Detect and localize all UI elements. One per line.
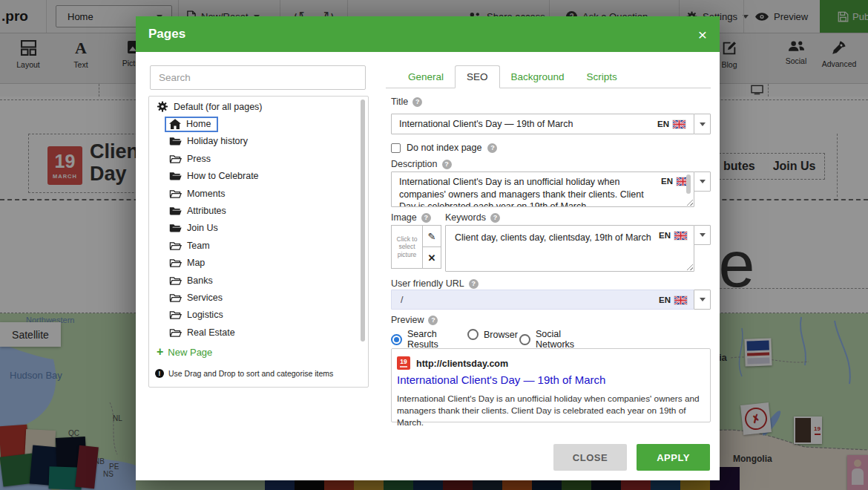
close-icon[interactable]: × [698, 27, 707, 42]
tree-item-how-to-celebrate[interactable]: How to Celebrate [149, 168, 358, 185]
tree-item-map[interactable]: Map [149, 255, 358, 272]
help-icon[interactable]: ? [428, 316, 438, 325]
title-language-dropdown[interactable] [694, 114, 711, 134]
url-label: User friendly URL ? [391, 278, 479, 289]
description-textarea[interactable]: International Client's Day is an unoffic… [391, 172, 694, 207]
new-page-label: New Page [168, 347, 212, 358]
description-language: EN [661, 177, 689, 186]
tree-item-label: Press [187, 154, 211, 164]
tree-item-label: Map [187, 258, 205, 268]
tree-item-label: Banks [187, 275, 213, 286]
tree-item-attributes[interactable]: Attributes [149, 202, 358, 219]
search-result-preview: 19 http://clientsday.com International C… [391, 348, 711, 422]
language-code: EN [659, 231, 671, 240]
title-language: EN [657, 120, 685, 128]
radio-search-results[interactable]: Search Results [391, 329, 438, 350]
settings-tabs: General SEO Background Scripts [386, 65, 711, 88]
preview-snippet: International Client's Day is an unoffic… [397, 393, 703, 428]
tree-item-label: Moments [187, 189, 225, 199]
scrollbar[interactable] [361, 99, 365, 342]
folder-open-icon [169, 258, 182, 268]
url-language-dropdown[interactable] [694, 290, 711, 310]
pencil-icon: ✎ [428, 231, 436, 242]
chevron-down-icon [700, 180, 706, 183]
tree-item-team[interactable]: Team [149, 237, 358, 254]
apply-button[interactable]: APPLY [637, 444, 710, 471]
tree-item-label: Real Estate [187, 327, 235, 338]
description-value: International Client's Day is an unoffic… [392, 172, 694, 207]
image-edit-button[interactable]: ✎ [422, 225, 441, 247]
home-icon [169, 119, 181, 130]
image-picker-placeholder: Click to select picture [392, 235, 422, 259]
folder-open-icon [169, 189, 182, 199]
tree-item-banks[interactable]: Banks [149, 272, 358, 289]
radio-browser[interactable]: Browser [467, 329, 518, 340]
radio-social-networks[interactable]: Social Networks [519, 329, 574, 350]
radio-icon [467, 329, 479, 340]
close-button[interactable]: CLOSE [553, 444, 627, 471]
image-picker[interactable]: Click to select picture [391, 225, 423, 269]
tree-item-real-estate[interactable]: Real Estate [149, 324, 358, 341]
tab-scripts[interactable]: Scripts [576, 66, 628, 88]
keywords-label: Keywords ? [445, 212, 500, 223]
preview-link[interactable]: International Client's Day — 19th of Mar… [397, 373, 605, 386]
search-input[interactable] [150, 65, 366, 90]
tree-item-press[interactable]: Press [149, 150, 358, 167]
language-code: EN [659, 295, 671, 304]
tree-item-label: Home [186, 119, 211, 129]
tree-item-label: Services [187, 293, 223, 303]
folder-open-filled-icon [169, 136, 182, 146]
radio-label: Search Results [407, 329, 438, 350]
help-icon[interactable]: ? [412, 97, 422, 107]
radio-icon [391, 334, 402, 345]
site-favicon: 19 [397, 356, 410, 370]
scrollbar[interactable] [686, 174, 691, 194]
tree-item-label: Logistics [187, 310, 223, 320]
image-label-text: Image [391, 212, 417, 223]
tab-seo[interactable]: SEO [455, 65, 500, 88]
tree-item-join-us[interactable]: Join Us [149, 220, 358, 237]
folder-open-icon [169, 154, 182, 164]
folder-open-icon [169, 275, 182, 286]
tree-item-default[interactable]: Default (for all pages) [149, 98, 358, 115]
do-not-index-row: Do not index page ? [391, 143, 497, 153]
description-label: Description ? [391, 159, 452, 169]
resize-handle[interactable] [686, 264, 693, 270]
tree-item-logistics[interactable]: Logistics [149, 307, 358, 324]
tree-item-moments[interactable]: Moments [149, 185, 358, 202]
keywords-textarea[interactable]: Client day, clients day, clientsday, 19t… [445, 225, 694, 272]
radio-label: Social Networks [536, 329, 574, 350]
dialog-header: Pages × [136, 16, 720, 52]
help-icon[interactable]: ? [487, 143, 497, 153]
dialog-title: Pages [148, 27, 185, 42]
tree-item-home[interactable]: Home [149, 115, 358, 132]
url-input[interactable] [391, 290, 694, 310]
keywords-language-dropdown[interactable] [694, 225, 711, 245]
description-language-dropdown[interactable] [694, 172, 711, 192]
tree-item-services[interactable]: Services [149, 289, 358, 306]
language-code: EN [657, 120, 669, 128]
favicon-number: 19 [400, 359, 407, 365]
title-input[interactable] [391, 114, 694, 134]
tab-general[interactable]: General [397, 66, 455, 88]
help-icon[interactable]: ? [490, 213, 500, 223]
page-tree: Default (for all pages) Home Holiday his… [148, 96, 369, 388]
folder-open-filled-icon [169, 171, 182, 181]
preview-label-text: Preview [391, 315, 424, 325]
pages-dialog: Pages × Default (for all pages) Home [136, 16, 720, 480]
tree-item-label: Team [187, 241, 210, 251]
keywords-label-text: Keywords [445, 212, 486, 223]
help-icon[interactable]: ? [442, 160, 452, 169]
help-icon[interactable]: ? [421, 213, 431, 223]
page-tree-list: Default (for all pages) Home Holiday his… [149, 98, 358, 341]
folder-open-icon [169, 310, 182, 320]
tab-background[interactable]: Background [500, 66, 576, 88]
preview-url: http://clientsday.com [416, 359, 508, 369]
new-page-button[interactable]: + New Page [157, 346, 212, 358]
help-icon[interactable]: ? [469, 279, 479, 289]
do-not-index-checkbox[interactable] [391, 143, 401, 153]
folder-open-filled-icon [169, 206, 182, 216]
favicon-bar [400, 366, 407, 368]
image-delete-button[interactable]: ✕ [422, 246, 441, 269]
tree-item-holiday-history[interactable]: Holiday history [149, 133, 358, 150]
